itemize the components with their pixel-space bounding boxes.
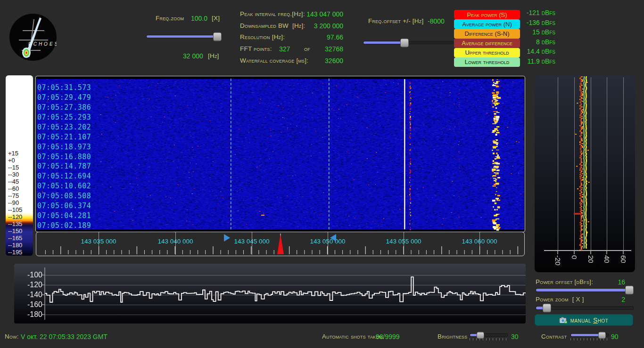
waterfall-timestamp: 07:05:31.573: [37, 83, 91, 92]
legend-average-power-button[interactable]: Average power (N): [454, 19, 520, 29]
colorbar-label: --180: [8, 242, 22, 249]
average-power-readout: -136 dBfs: [527, 19, 555, 26]
colorbar-label: --30: [8, 171, 19, 178]
colorbar-label: --195: [8, 249, 22, 256]
freq-zoom-label: Freq.zoom: [156, 15, 184, 22]
spectrum-plot: [14, 264, 526, 324]
stat-label: Downsampled BW [Hz]:: [240, 22, 305, 29]
stat-label: Resolution [Hz]:: [240, 33, 285, 40]
colorbar-label: --15: [8, 164, 19, 171]
waterfall-timestamp: 07:05:10.602: [37, 182, 91, 190]
waterfall-timestamp: 07:05:06.374: [37, 202, 91, 210]
ruler-tick-label: 143 045 000: [226, 238, 278, 245]
stats-block: Peak interval freq.[Hz]: 143 047 000 Dow…: [240, 10, 343, 67]
manual-shot-button[interactable]: manual Shot: [535, 314, 633, 326]
shots-taken-label: Automatic shots taken:: [322, 333, 384, 340]
ruler-tick-label: 143 040 000: [149, 238, 201, 245]
freq-zoom-unit: [X]: [212, 15, 220, 22]
waterfall-timestamp: 07:05:29.479: [37, 93, 91, 102]
contrast-slider-handle[interactable]: [598, 332, 606, 339]
peak-interval-left-arrow[interactable]: [224, 234, 230, 242]
dbfs-readouts: -121 dBfs -136 dBfs 15 dBfs 8 dBfs 14.4 …: [524, 9, 555, 70]
legend-average-difference-button[interactable]: Average difference: [454, 39, 520, 48]
colorbar-label: --120: [8, 214, 22, 220]
difference-readout: 15 dBfs: [532, 28, 555, 36]
frequency-ruler[interactable]: 143 035 000143 040 000143 045 000143 050…: [36, 232, 525, 256]
stat-value: 327: [279, 45, 290, 53]
contrast-slider-fill: [571, 334, 602, 336]
freq-zoom-slider-handle[interactable]: [213, 32, 222, 41]
waterfall-timestamp: 07:05:08.508: [37, 192, 91, 200]
freq-zoom-slider[interactable]: [146, 35, 222, 38]
power-zoom-slider-handle[interactable]: [543, 304, 551, 313]
power-zoom-slider[interactable]: [536, 306, 634, 310]
stat-label: FFT points:: [240, 45, 272, 52]
svg-text:ECHOES: ECHOES: [28, 41, 57, 47]
legend-peak-power-button[interactable]: Peak power (S): [454, 10, 520, 19]
waterfall-timestamp: 07:05:16.880: [37, 153, 91, 161]
power-offset-slider[interactable]: [536, 288, 634, 292]
waterfall-timestamp: 07:05:23.202: [37, 123, 91, 131]
freq-zoom-slider-fill: [147, 35, 217, 38]
colorbar-label: --165: [8, 235, 22, 242]
waterfall-panel: 07:05:31.57307:05:29.47907:05:27.38607:0…: [35, 76, 525, 232]
stat-value: 3 200 000: [314, 22, 343, 30]
colorbar-label: +0: [8, 157, 15, 164]
power-zoom-value: 2: [613, 296, 625, 303]
stat-label: Peak interval freq.[Hz]:: [240, 10, 305, 17]
legend-upper-threshold-button[interactable]: Upper threshold: [454, 48, 520, 57]
legend-difference-button[interactable]: Difference (S-N): [454, 29, 520, 38]
power-axis-tick-label: -20: [554, 255, 562, 266]
shots-taken-value: 96/9999: [376, 333, 400, 340]
freq-offset-slider[interactable]: [363, 41, 454, 44]
freq-span-value: 32 000: [183, 52, 203, 60]
contrast-value: 90: [611, 333, 619, 340]
stat-value: 97.66: [327, 33, 343, 41]
colorbar-label: --105: [8, 207, 22, 213]
stat-label: Waterfall coverage [ms]:: [240, 57, 308, 64]
freq-offset-slider-handle[interactable]: [400, 38, 409, 47]
waterfall-display[interactable]: [36, 77, 524, 231]
waterfall-timestamp: 07:05:04.281: [37, 211, 91, 220]
power-offset-value: 16: [613, 278, 625, 286]
peak-frequency-marker[interactable]: [277, 234, 284, 254]
freq-offset-value: -8000: [428, 17, 445, 25]
brightness-slider-handle[interactable]: [477, 332, 484, 339]
stat-value: 32600: [325, 57, 343, 65]
spectrum-axis-tick-label: -120: [17, 281, 42, 289]
waterfall-timestamp: 07:05:02.189: [37, 221, 91, 230]
contrast-label: Contrast: [541, 333, 567, 340]
colorbar-label: +15: [8, 150, 18, 157]
waterfall-timestamp: 07:05:18.973: [37, 143, 91, 151]
ruler-tick-label: 143 035 000: [73, 238, 124, 245]
power-colorbar-scale: +15+0--15--30--45--60--75--90--105--120-…: [6, 75, 33, 256]
stat-of-label: of: [304, 45, 310, 52]
freq-offset-slider-fill: [363, 41, 405, 44]
brightness-slider[interactable]: [470, 333, 508, 337]
waterfall-timestamp: 07:05:12.694: [37, 172, 91, 180]
ruler-tick-label: 143 055 000: [378, 238, 429, 245]
brightness-value: 30: [511, 333, 519, 340]
spectrum-axis-tick-label: -160: [17, 300, 42, 309]
echoes-logo: ECHOES: [9, 14, 57, 61]
waterfall-timestamp: 07:05:27.386: [37, 103, 91, 112]
plot-legend: Peak power (S) Average power (N) Differe…: [454, 10, 520, 67]
peak-interval-right-arrow[interactable]: [330, 234, 336, 242]
now-value: V окт. 22 07:05:33 2023 GMT: [21, 333, 107, 340]
waterfall-timestamp: 07:05:14.787: [37, 162, 91, 170]
echoes-main-window: ECHOES Freq.zoom 100.0 [X] 32 000 [Hz] P…: [0, 0, 644, 348]
contrast-slider[interactable]: [570, 333, 609, 337]
freq-zoom-value: 100.0: [191, 15, 207, 22]
colorbar-label: --60: [8, 186, 19, 192]
power-axis-tick-label: 40: [603, 255, 611, 263]
average-difference-readout: 8 dBfs: [536, 38, 555, 46]
peak-power-readout: -121 dBfs: [527, 9, 555, 16]
power-axis-tick-label: 20: [587, 255, 595, 263]
colorbar-label: --135: [8, 221, 22, 227]
upper-threshold-readout: 14.4 dBfs: [527, 48, 555, 55]
colorbar-label: --75: [8, 193, 19, 199]
colorbar-label: --45: [8, 178, 19, 185]
freq-span-unit: [Hz]: [208, 52, 219, 59]
legend-lower-threshold-button[interactable]: Lower threshold: [454, 57, 520, 67]
power-offset-slider-handle[interactable]: [625, 286, 634, 295]
